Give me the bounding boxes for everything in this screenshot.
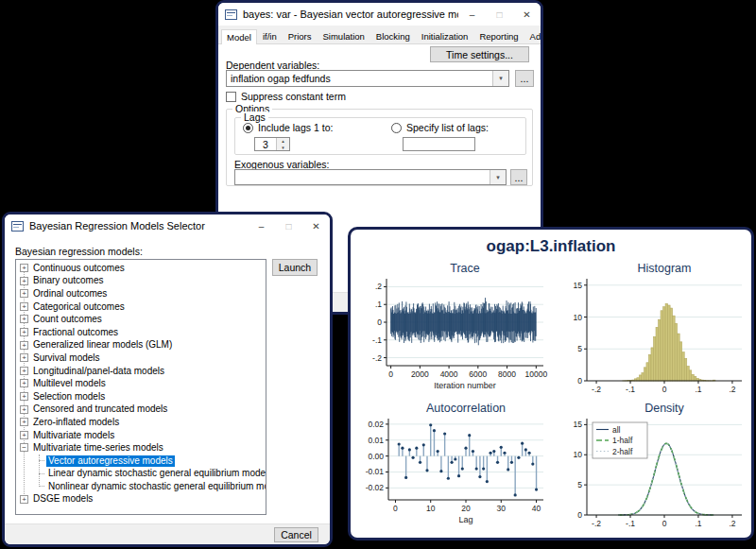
expand-plus-icon[interactable]: +: [20, 495, 28, 504]
tick-label: -.1: [626, 519, 635, 528]
suppress-constant-checkbox[interactable]: [226, 92, 236, 102]
dependent-variables-browse-button[interactable]: ...: [515, 70, 534, 87]
acf-point: [398, 442, 401, 445]
expand-plus-icon[interactable]: +: [20, 277, 28, 285]
tree-item-categorical-outcomes[interactable]: +Categorical outcomes: [16, 300, 266, 314]
tree-item-selection-models[interactable]: +Selection models: [16, 390, 266, 403]
tick-label: 0: [662, 519, 667, 528]
tick-label: -.2: [592, 385, 601, 394]
histogram-bar: [653, 336, 656, 381]
tree-item-vector-autoregressive-models[interactable]: Vector autoregressive models: [16, 455, 266, 468]
acf-point: [408, 448, 411, 451]
expand-plus-icon[interactable]: +: [20, 315, 28, 323]
options-groupbox: Options Lags Include lags 1 to: 3 ▴▾ Spe…: [226, 109, 533, 186]
expand-plus-icon[interactable]: +: [20, 302, 28, 311]
expand-plus-icon[interactable]: +: [20, 289, 28, 298]
suppress-constant-label: Suppress constant term: [241, 91, 346, 102]
tree-item-multivariate-time-series-models[interactable]: −Multivariate time-series models: [16, 441, 266, 455]
tree-item-censored-and-truncated-models[interactable]: +Censored and truncated models: [16, 403, 266, 417]
expand-plus-icon[interactable]: +: [20, 341, 28, 350]
tree-item-longitudinal-panel-data-models[interactable]: +Longitudinal/panel-data models: [16, 365, 266, 378]
time-settings-button[interactable]: Time settings...: [430, 46, 529, 62]
tab-if-in[interactable]: if/in: [257, 28, 283, 43]
tree-item-label: Zero-inflated models: [31, 417, 121, 428]
exogenous-variables-browse-button[interactable]: ...: [510, 169, 527, 185]
acf-point: [527, 452, 530, 455]
histogram-bar: [668, 305, 671, 381]
tick-label: 0: [577, 376, 582, 386]
tab-simulation[interactable]: Simulation: [317, 28, 369, 43]
tab-priors[interactable]: Priors: [283, 28, 318, 43]
cancel-button[interactable]: Cancel: [274, 527, 318, 542]
tab-blocking[interactable]: Blocking: [370, 28, 416, 43]
acf-point: [507, 468, 509, 471]
chevron-down-icon[interactable]: ▾: [490, 170, 506, 184]
tree-item-ordinal-outcomes[interactable]: +Ordinal outcomes: [16, 287, 266, 300]
expand-plus-icon[interactable]: +: [20, 353, 28, 362]
expand-plus-icon[interactable]: +: [20, 367, 28, 375]
tree-item-fractional-outcomes[interactable]: +Fractional outcomes: [16, 326, 266, 339]
tab-reporting[interactable]: Reporting: [473, 28, 524, 43]
histogram-bar: [684, 358, 687, 381]
histogram-bar: [665, 303, 668, 381]
selector-titlebar[interactable]: Bayesian Regression Models Selector – □ …: [5, 214, 330, 237]
tab-model[interactable]: Model: [221, 29, 257, 44]
lags-spinner[interactable]: 3 ▴▾: [254, 137, 290, 151]
tick-label: 0.01: [368, 436, 384, 445]
tree-item-binary-outcomes[interactable]: +Binary outcomes: [16, 275, 266, 288]
tab-initialization[interactable]: Initialization: [416, 28, 474, 43]
expand-plus-icon[interactable]: +: [20, 328, 28, 336]
tree-item-label: DSGE models: [31, 493, 94, 505]
minimize-icon[interactable]: –: [458, 3, 486, 26]
tree-connector: [39, 460, 44, 461]
minimize-icon[interactable]: –: [248, 214, 275, 237]
dialog-titlebar[interactable]: bayes: var - Bayesian vector autoregress…: [218, 3, 541, 26]
chevron-down-icon[interactable]: ▾: [492, 71, 508, 86]
tree-item-nonlinear-dynamic-stochastic-general-equ[interactable]: Nonlinear dynamic stochastic general equ…: [16, 480, 266, 493]
acf-point: [500, 446, 503, 449]
tree-item-count-outcomes[interactable]: +Count outcomes: [16, 313, 266, 326]
acf-point: [489, 452, 491, 455]
tree-item-multivariate-models[interactable]: +Multivariate models: [16, 429, 266, 442]
tree-item-multilevel-models[interactable]: +Multilevel models: [16, 377, 266, 390]
collapse-minus-icon[interactable]: −: [20, 443, 28, 452]
tick-label: 0: [393, 504, 398, 513]
tree-item-survival-models[interactable]: +Survival models: [16, 352, 266, 365]
acf-point: [482, 468, 485, 471]
acf-point: [457, 474, 460, 477]
suppress-constant-row[interactable]: Suppress constant term: [226, 91, 346, 102]
close-icon[interactable]: ✕: [513, 3, 541, 26]
dependent-variables-combo[interactable]: inflation ogap fedfunds ▾: [226, 70, 509, 87]
radio-selected-icon[interactable]: [243, 123, 253, 133]
expand-plus-icon[interactable]: +: [20, 405, 28, 414]
expand-plus-icon[interactable]: +: [20, 392, 28, 401]
tree-item-linear-dynamic-stochastic-general-equili[interactable]: Linear dynamic stochastic general equili…: [16, 468, 266, 481]
specify-lags-radio[interactable]: Specify list of lags:: [391, 122, 489, 133]
tick-label: -.2: [592, 519, 601, 528]
expand-plus-icon[interactable]: +: [20, 418, 28, 426]
autocorrelation-plot: 0.020.010.00-0.01-0.02010203040Autocorre…: [352, 400, 551, 534]
tree-item-continuous-outcomes[interactable]: +Continuous outcomes: [16, 262, 266, 275]
histogram-bar: [644, 368, 646, 381]
tab-advanced[interactable]: Advanced: [524, 28, 543, 43]
expand-plus-icon[interactable]: +: [20, 264, 28, 272]
tree-item-generalized-linear-models-glm-[interactable]: +Generalized linear models (GLM): [16, 339, 266, 352]
close-icon[interactable]: ✕: [302, 214, 330, 237]
expand-plus-icon[interactable]: +: [20, 431, 28, 439]
histogram-bar: [651, 348, 654, 381]
tree-item-label: Longitudinal/panel-data models: [31, 366, 166, 377]
histogram-bar: [678, 334, 680, 381]
radio-unselected-icon[interactable]: [391, 123, 402, 133]
spin-down-icon[interactable]: ▾: [277, 145, 289, 151]
tree-item-zero-inflated-models[interactable]: +Zero-inflated models: [16, 416, 266, 429]
exogenous-variables-combo[interactable]: ▾: [234, 169, 507, 185]
include-lags-radio[interactable]: Include lags 1 to:: [243, 122, 333, 133]
expand-plus-icon[interactable]: +: [20, 379, 28, 387]
launch-button[interactable]: Launch: [272, 259, 318, 276]
acf-point: [404, 476, 407, 479]
acf-point: [468, 434, 471, 437]
tree-item-label: Vector autoregressive models: [46, 455, 175, 467]
tick-label: 4000: [440, 369, 458, 379]
specify-lags-input[interactable]: [403, 137, 475, 151]
tree-item-dsge-models[interactable]: +DSGE models: [16, 493, 266, 506]
